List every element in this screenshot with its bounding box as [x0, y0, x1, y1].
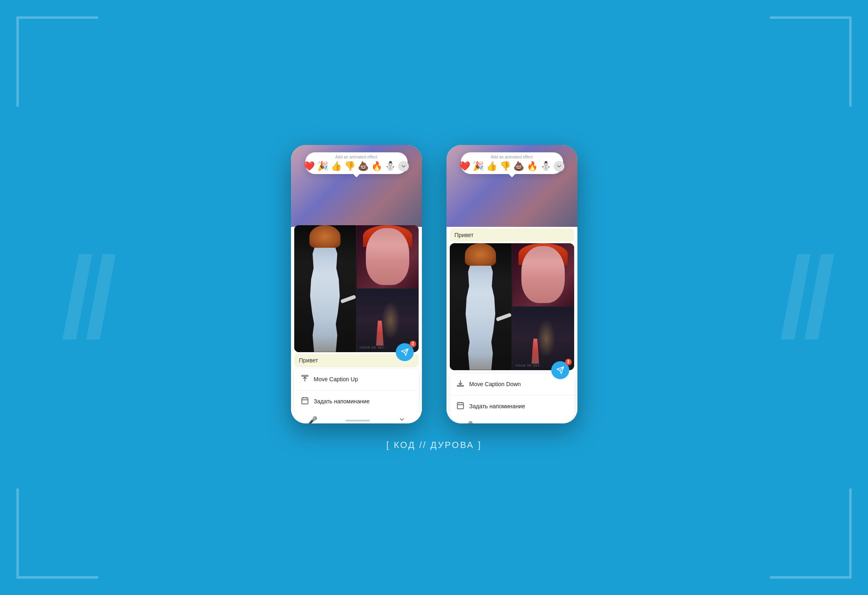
emoji-snowman-right[interactable]: ⛄	[540, 161, 551, 172]
emoji-fire-left[interactable]: 🔥	[371, 161, 382, 172]
emoji-thumbsdown-right[interactable]: 👎	[500, 161, 511, 172]
send-button-left[interactable]: 3	[396, 343, 414, 361]
emoji-row-right: ❤️ 🎉 👍 👎 💩 🔥 ⛄	[459, 161, 564, 172]
bracket-bottom-left	[16, 489, 98, 579]
caption-bar-right: Привет	[450, 228, 574, 242]
mic-icon-left[interactable]: 🎤	[307, 416, 318, 423]
emoji-snowman-left[interactable]: ⛄	[385, 161, 396, 172]
photo-main-right	[450, 243, 512, 370]
emoji-thumbsup-right[interactable]: 👍	[486, 161, 497, 172]
slash-decoration-right: //	[780, 232, 827, 363]
chevron-down-icon-left[interactable]	[398, 416, 406, 423]
context-menu-label-reminder-left: Задать напоминание	[314, 398, 370, 405]
emoji-bar-right: Add an animated effect ❤️ 🎉 👍 👎 💩 🔥 ⛄	[461, 152, 563, 174]
emoji-bar-left: Add an animated effect ❤️ 🎉 👍 👎 💩 🔥 ⛄	[305, 152, 408, 174]
face-large-left	[366, 228, 409, 285]
context-menu-left: Move Caption Up Задать напоминание	[294, 369, 419, 412]
phone-nav-left: 🎤	[291, 412, 422, 423]
performer-hair-left	[309, 225, 340, 248]
phone-left-body: ISSUE DE SEC... 3 Привет	[291, 227, 422, 423]
context-menu-label-move-down: Move Caption Down	[469, 381, 521, 387]
phone-left-top-bg: Add an animated effect ❤️ 🎉 👍 👎 💩 🔥 ⛄	[291, 145, 422, 227]
context-menu-right: Move Caption Down Задать напоминание	[450, 373, 574, 417]
face-large-right	[521, 246, 565, 303]
brand-text: [ КОД // ДУРОВА ]	[386, 440, 482, 450]
emoji-row-left: ❤️ 🎉 👍 👎 💩 🔥 ⛄	[304, 161, 409, 172]
animated-effect-label-left: Add an animated effect	[335, 155, 377, 159]
context-menu-label-move-up: Move Caption Up	[314, 376, 358, 382]
svg-rect-2	[457, 385, 463, 387]
svg-rect-3	[457, 403, 463, 409]
emoji-poop-left[interactable]: 💩	[358, 161, 369, 172]
stage-text-left: ISSUE DE SEC...	[360, 346, 388, 349]
context-menu-item-move-up[interactable]: Move Caption Up	[294, 369, 419, 391]
emoji-thumbsdown-left[interactable]: 👎	[344, 161, 355, 172]
media-grid-left: ISSUE DE SEC...	[294, 225, 419, 352]
performer-body-left	[300, 240, 350, 352]
nav-pill-left	[345, 420, 370, 421]
move-up-icon	[301, 374, 309, 385]
emoji-heart-right[interactable]: ❤️	[459, 161, 470, 172]
media-cell-tr-right	[512, 243, 574, 306]
emoji-party-left[interactable]: 🎉	[317, 161, 328, 172]
emoji-expand-left[interactable]	[398, 161, 409, 172]
phone-nav-right: 🎤	[446, 417, 577, 423]
performer-arm-right	[496, 313, 511, 322]
phone-right-top-bg: Add an animated effect ❤️ 🎉 👍 👎 💩 🔥 ⛄	[446, 145, 577, 227]
chevron-down-icon-right[interactable]	[554, 421, 561, 423]
photo-main-left	[294, 225, 356, 352]
media-grid-right: ISSUE DE SEC...	[450, 243, 574, 370]
media-area-right: ISSUE DE SEC... 3	[450, 243, 574, 370]
context-menu-label-reminder-right: Задать напоминание	[469, 403, 525, 409]
stage-light-left	[381, 301, 400, 339]
emoji-heart-left[interactable]: ❤️	[304, 161, 315, 172]
stage-text-right: ISSUE DE SEC...	[515, 364, 544, 367]
emoji-thumbsup-left[interactable]: 👍	[331, 161, 342, 172]
animated-effect-label-right: Add an animated effect	[491, 155, 533, 159]
bracket-top-left	[16, 16, 98, 106]
emoji-poop-right[interactable]: 💩	[513, 161, 524, 172]
calendar-icon-left	[301, 396, 309, 407]
media-cell-main-left	[294, 225, 356, 352]
media-cell-br-left: ISSUE DE SEC...	[357, 289, 419, 352]
caption-text-left: Привет	[299, 357, 318, 364]
media-cell-tr-left	[357, 225, 419, 288]
media-area-left: ISSUE DE SEC... 3	[294, 225, 419, 352]
send-button-right[interactable]: 3	[551, 361, 569, 379]
svg-rect-1	[302, 398, 308, 404]
performer-arm-left	[340, 295, 356, 304]
emoji-fire-right[interactable]: 🔥	[527, 161, 538, 172]
context-menu-item-reminder-right[interactable]: Задать напоминание	[450, 396, 574, 417]
stage-light-right	[537, 319, 555, 357]
performer-hair-right	[465, 243, 496, 266]
caption-text-right: Привет	[455, 232, 474, 238]
calendar-icon-right	[456, 401, 464, 412]
mic-icon-right[interactable]: 🎤	[463, 421, 473, 423]
context-menu-item-reminder-left[interactable]: Задать напоминание	[294, 391, 419, 412]
move-down-icon	[456, 379, 464, 389]
phone-right: Add an animated effect ❤️ 🎉 👍 👎 💩 🔥 ⛄	[446, 145, 577, 423]
media-cell-br-right: ISSUE DE SEC...	[512, 307, 574, 370]
phone-left: Add an animated effect ❤️ 🎉 👍 👎 💩 🔥 ⛄	[291, 145, 422, 423]
svg-rect-0	[302, 375, 308, 376]
send-badge-right: 3	[565, 359, 572, 365]
emoji-party-right[interactable]: 🎉	[473, 161, 484, 172]
bracket-bottom-right	[770, 489, 852, 579]
phones-container: Add an animated effect ❤️ 🎉 👍 👎 💩 🔥 ⛄	[291, 145, 577, 423]
slash-decoration-left: //	[61, 232, 109, 363]
media-cell-main-right	[450, 243, 512, 370]
phone-right-body: Привет	[446, 227, 577, 423]
emoji-expand-right[interactable]	[554, 161, 564, 172]
performer-body-right	[456, 258, 505, 370]
bracket-top-right	[770, 16, 852, 106]
send-badge-left: 3	[410, 341, 416, 347]
